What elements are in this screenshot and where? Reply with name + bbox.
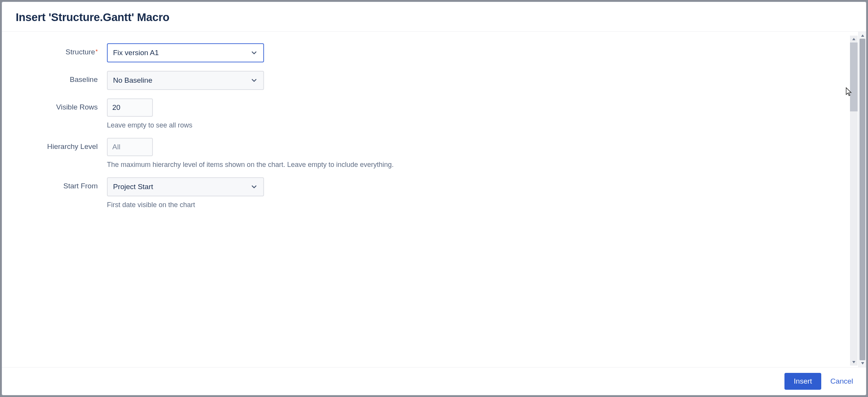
scroll-down-arrow-icon[interactable] [850, 359, 858, 365]
svg-marker-0 [852, 38, 855, 40]
start-from-select-value: Project Start [113, 183, 250, 191]
form-scroll-area[interactable]: Structure* Fix version A1 Baseline N [2, 32, 850, 367]
structure-select-value: Fix version A1 [113, 49, 250, 57]
insert-button[interactable]: Insert [784, 373, 821, 390]
baseline-select-value: No Baseline [113, 76, 250, 85]
field-row-start-from: Start From Project Start First date visi… [16, 177, 836, 217]
field-label-start-from: Start From [16, 177, 107, 190]
chevron-down-icon [250, 183, 258, 191]
baseline-select[interactable]: No Baseline [107, 71, 264, 90]
field-row-visible-rows: Visible Rows Leave empty to see all rows [16, 98, 836, 138]
scroll-up-arrow-icon[interactable] [850, 36, 858, 42]
field-label-visible-rows: Visible Rows [16, 98, 107, 111]
outer-scrollbar-thumb[interactable] [860, 39, 865, 360]
visible-rows-input[interactable] [107, 98, 153, 117]
visible-rows-help: Leave empty to see all rows [107, 121, 192, 129]
svg-marker-3 [861, 362, 864, 364]
chevron-down-icon [250, 49, 258, 57]
outer-scrollbar[interactable] [858, 32, 866, 367]
macro-insert-dialog: Insert 'Structure.Gantt' Macro Structure… [2, 2, 866, 395]
structure-select[interactable]: Fix version A1 [107, 43, 264, 62]
dialog-title: Insert 'Structure.Gantt' Macro [16, 11, 852, 24]
hierarchy-level-input[interactable] [107, 138, 153, 156]
dialog-header: Insert 'Structure.Gantt' Macro [2, 2, 866, 32]
scroll-up-arrow-icon[interactable] [859, 33, 866, 39]
field-label-baseline: Baseline [16, 71, 107, 84]
start-from-select[interactable]: Project Start [107, 177, 264, 196]
dialog-body: Structure* Fix version A1 Baseline N [2, 32, 866, 367]
field-row-hierarchy-level: Hierarchy Level The maximum hierarchy le… [16, 138, 836, 177]
chevron-down-icon [250, 77, 258, 84]
scroll-down-arrow-icon[interactable] [859, 360, 866, 366]
dialog-footer: Insert Cancel [2, 367, 866, 395]
svg-marker-2 [861, 34, 864, 37]
inner-scrollbar[interactable] [850, 36, 858, 366]
field-label-hierarchy-level: Hierarchy Level [16, 138, 107, 151]
label-text: Structure [66, 48, 95, 56]
field-row-structure: Structure* Fix version A1 [16, 43, 836, 62]
svg-marker-1 [852, 361, 855, 363]
cancel-button[interactable]: Cancel [828, 374, 855, 389]
inner-scrollbar-thumb[interactable] [850, 42, 858, 111]
field-label-structure: Structure* [16, 43, 107, 56]
field-row-baseline: Baseline No Baseline [16, 71, 836, 90]
hierarchy-level-help: The maximum hierarchy level of items sho… [107, 161, 394, 169]
start-from-help: First date visible on the chart [107, 201, 264, 209]
required-mark: * [95, 48, 98, 54]
